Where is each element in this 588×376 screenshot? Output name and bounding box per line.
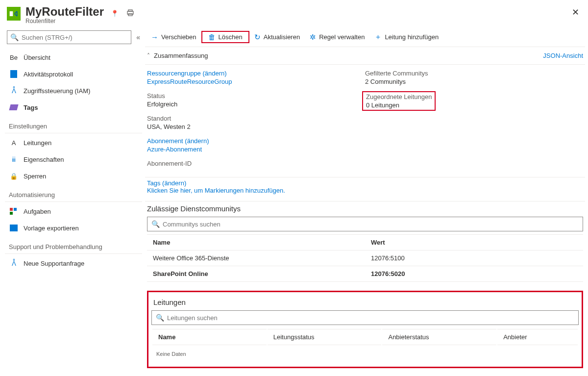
section-support: Support und Problembehandlung bbox=[5, 236, 142, 254]
search-icon: 🔍 bbox=[10, 33, 19, 41]
sidebar-item-circuits[interactable]: A Leitungen bbox=[5, 134, 142, 151]
community-name: SharePoint Online bbox=[147, 266, 365, 282]
tasks-icon bbox=[9, 208, 19, 215]
col-provider-status: Anbieterstatus bbox=[382, 329, 496, 345]
circuits-table: Name Leitungsstatus Anbieterstatus Anbie… bbox=[151, 328, 579, 346]
plus-icon: ＋ bbox=[374, 32, 382, 42]
communities-section-title: Zulässige Dienstcommunitys bbox=[145, 201, 585, 216]
subscription-value[interactable]: Azure-Abonnement bbox=[147, 146, 365, 153]
print-icon[interactable] bbox=[126, 9, 134, 18]
col-circuit-status: Leitungsstatus bbox=[268, 329, 382, 345]
subscription-label[interactable]: Abonnement (ändern) bbox=[147, 137, 365, 145]
svg-rect-4 bbox=[10, 208, 13, 211]
search-icon: 🔍 bbox=[151, 220, 160, 228]
sidebar-search-input[interactable] bbox=[22, 34, 128, 41]
associated-circuits-value: 0 Leitungen bbox=[366, 101, 432, 109]
associated-circuits-label: Zugeordnete Leitungen bbox=[366, 93, 432, 100]
manage-rule-button[interactable]: ✲ Regel verwalten bbox=[306, 33, 368, 42]
location-label: Standort bbox=[147, 115, 365, 122]
circuits-icon: A bbox=[9, 139, 19, 147]
circuits-search-input[interactable] bbox=[167, 314, 574, 322]
page-header: MyRouteFilter Routenfilter 📍 ✕ bbox=[0, 0, 588, 27]
move-button[interactable]: → Verschieben bbox=[147, 33, 200, 41]
delete-icon: 🗑 bbox=[208, 33, 216, 41]
communities-search-input[interactable] bbox=[163, 221, 579, 228]
refresh-button[interactable]: ↻ Aktualisieren bbox=[250, 33, 304, 42]
summary-toggle[interactable]: ˄ Zusammenfassung bbox=[147, 52, 208, 59]
sidebar-item-label: Übersicht bbox=[24, 54, 50, 61]
sidebar-item-tags[interactable]: Tags bbox=[5, 99, 142, 116]
json-view-link[interactable]: JSON-Ansicht bbox=[543, 52, 583, 59]
sidebar-item-overview[interactable]: Be Übersicht bbox=[5, 49, 142, 66]
status-label: Status bbox=[147, 92, 365, 100]
page-title: MyRouteFilter bbox=[25, 5, 104, 19]
support-icon: ᐰ bbox=[9, 260, 19, 267]
toolbar-label: Löschen bbox=[219, 33, 243, 41]
rg-label[interactable]: Ressourcengruppe (ändern) bbox=[147, 70, 365, 77]
circuits-search[interactable]: 🔍 bbox=[151, 310, 579, 325]
sidebar-item-tasks[interactable]: Aufgaben bbox=[5, 203, 142, 220]
pin-icon[interactable]: 📍 bbox=[111, 10, 119, 17]
manage-icon: ✲ bbox=[310, 33, 316, 42]
filtered-communities-value: 2 Communitys bbox=[365, 78, 583, 85]
sidebar-item-label: Eigenschaften bbox=[24, 156, 64, 163]
main-content: → Verschieben 🗑 Löschen ↻ Aktualisieren … bbox=[142, 27, 588, 370]
svg-rect-2 bbox=[128, 10, 132, 11]
add-circuit-button[interactable]: ＋ Leitung hinzufügen bbox=[370, 32, 442, 42]
section-settings: Einstellungen bbox=[5, 116, 142, 133]
iam-icon: ᐰ bbox=[9, 87, 19, 95]
rg-value[interactable]: ExpressRouteResourceGroup bbox=[147, 78, 365, 85]
col-name: Name bbox=[147, 235, 365, 251]
overview-icon: Be bbox=[9, 54, 19, 61]
svg-rect-5 bbox=[14, 208, 17, 211]
table-row[interactable]: SharePoint Online 12076:5020 bbox=[147, 266, 583, 282]
sidebar-item-label: Aktivitätsprotokoll bbox=[24, 71, 73, 78]
sidebar-item-iam[interactable]: ᐰ Zugriffssteuerung (IAM) bbox=[5, 82, 142, 99]
community-name: Weitere Office 365-Dienste bbox=[147, 251, 365, 266]
sidebar-item-export[interactable]: Vorlage exportieren bbox=[5, 220, 142, 236]
close-icon[interactable]: ✕ bbox=[572, 7, 579, 18]
communities-table: Name Wert Weitere Office 365-Dienste 120… bbox=[147, 234, 583, 282]
circuits-title: Leitungen bbox=[149, 295, 581, 309]
lock-icon: 🔒 bbox=[9, 173, 19, 180]
sidebar-item-label: Zugriffssteuerung (IAM) bbox=[24, 87, 90, 95]
toolbar-label: Aktualisieren bbox=[264, 33, 300, 41]
sidebar-item-properties[interactable]: ⅲ Eigenschaften bbox=[5, 151, 142, 168]
toolbar-label: Verschieben bbox=[161, 33, 196, 41]
community-value: 12076:5100 bbox=[365, 251, 583, 266]
sidebar-item-label: Leitungen bbox=[24, 139, 51, 147]
tags-add-link[interactable]: Klicken Sie hier, um Markierungen hinzuz… bbox=[147, 187, 285, 194]
svg-rect-0 bbox=[10, 11, 13, 16]
search-icon: 🔍 bbox=[156, 314, 164, 322]
no-data-message: Keine Daten bbox=[149, 346, 581, 362]
col-name: Name bbox=[152, 329, 267, 345]
community-value: 12076:5020 bbox=[365, 266, 583, 282]
sidebar-item-label: Aufgaben bbox=[24, 208, 51, 215]
sidebar-item-locks[interactable]: 🔒 Sperren bbox=[5, 168, 142, 184]
sidebar-item-new-support[interactable]: ᐰ Neue Supportanfrage bbox=[5, 255, 142, 272]
properties-icon: ⅲ bbox=[9, 156, 19, 163]
sidebar-search[interactable]: 🔍 bbox=[7, 30, 131, 44]
resource-icon bbox=[7, 7, 21, 21]
toolbar-label: Regel verwalten bbox=[319, 33, 365, 41]
delete-button[interactable]: 🗑 Löschen bbox=[204, 33, 246, 41]
subscription-id-label: Abonnement-ID bbox=[147, 160, 365, 167]
status-value: Erfolgreich bbox=[147, 100, 365, 108]
move-icon: → bbox=[151, 33, 158, 41]
sidebar-item-activity[interactable]: Aktivitätsprotokoll bbox=[5, 66, 142, 82]
sidebar-item-label: Vorlage exportieren bbox=[24, 225, 79, 232]
collapse-icon[interactable]: « bbox=[136, 33, 140, 41]
sidebar-item-label: Sperren bbox=[24, 173, 46, 180]
filtered-communities-label: Gefilterte Communitys bbox=[365, 70, 583, 77]
export-icon bbox=[9, 225, 19, 231]
location-value: USA, Westen 2 bbox=[147, 123, 365, 130]
svg-rect-6 bbox=[10, 212, 13, 215]
refresh-icon: ↻ bbox=[254, 33, 261, 42]
tags-label[interactable]: Tags (ändern) bbox=[147, 179, 186, 187]
communities-search[interactable]: 🔍 bbox=[147, 217, 583, 231]
activity-log-icon bbox=[9, 70, 19, 78]
col-provider: Anbieter bbox=[497, 329, 578, 345]
table-row[interactable]: Weitere Office 365-Dienste 12076:5100 bbox=[147, 251, 583, 266]
circuits-section: Leitungen 🔍 Name Leitungsstatus Anbieter… bbox=[147, 291, 583, 368]
tag-icon bbox=[9, 104, 19, 110]
